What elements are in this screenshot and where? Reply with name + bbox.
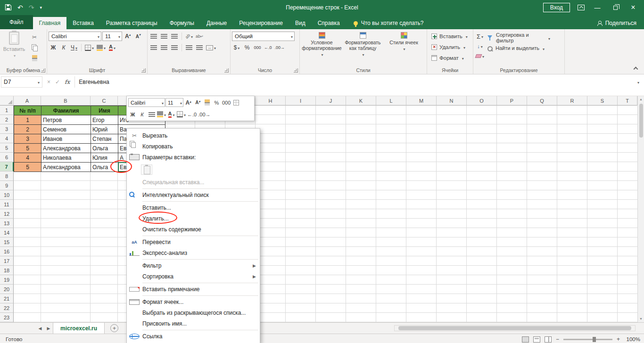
vertical-scrollbar-thumb[interactable] [639, 104, 643, 138]
increase-decimal-button[interactable]: ←.0 [263, 43, 273, 52]
wrap-text-button[interactable]: ab [195, 32, 205, 41]
close-button[interactable]: × [628, 4, 638, 11]
font-size-select[interactable]: 11 [102, 32, 122, 41]
italic-button[interactable]: К [59, 43, 68, 52]
customize-qat-button[interactable]: ▾ [40, 4, 42, 11]
align-center-button[interactable] [159, 43, 169, 52]
cancel-button[interactable]: × [47, 79, 50, 85]
tab-5[interactable]: Данные [200, 17, 233, 29]
vertical-scrollbar[interactable]: ▲ ▼ [637, 96, 644, 322]
ribbon-display-options-button[interactable] [578, 5, 585, 10]
cell-C3[interactable]: Юрий [91, 125, 118, 134]
row-header-4[interactable]: 4 [0, 134, 14, 143]
undo-button[interactable]: ↶ [17, 4, 23, 11]
tab-8[interactable]: Справка [312, 17, 346, 29]
menu-item-paste-special[interactable]: Специальная вставка... [127, 177, 260, 188]
insert-cells-button[interactable]: Вставить [429, 31, 472, 41]
tab-3[interactable]: Разметка страницы [100, 17, 164, 29]
row-header-8[interactable]: 8 [0, 172, 14, 181]
cell-A2[interactable]: 1 [14, 115, 41, 125]
font-color-button[interactable]: А [107, 43, 117, 52]
align-left-button[interactable] [149, 43, 158, 52]
mini-italic-button[interactable]: К [138, 110, 147, 119]
mini-font-size-select[interactable]: 11 [165, 98, 183, 107]
menu-item-format-cells[interactable]: Формат ячеек... [127, 296, 260, 307]
find-select-button[interactable]: Найти и выделить [487, 45, 550, 52]
menu-item-link[interactable]: Ссылка [127, 331, 260, 342]
decrease-indent-button[interactable] [184, 43, 194, 52]
column-header-B[interactable]: B [41, 96, 91, 106]
sheet-tab-microexcel[interactable]: microexcel.ru [53, 323, 105, 334]
alignment-dialog-launcher[interactable] [224, 68, 229, 73]
menu-item-pick-from-list[interactable]: Выбрать из раскрывающегося списка... [127, 307, 260, 318]
shrink-font-button[interactable]: А [133, 32, 143, 41]
menu-item-sort[interactable]: Сортировка▶ [127, 271, 260, 282]
autosum-button[interactable]: Σ [475, 32, 485, 41]
comma-style-button[interactable]: 000 [253, 43, 262, 52]
row-header-6[interactable]: 6 [0, 153, 14, 162]
name-box[interactable]: D7 [1, 76, 42, 88]
row-header-7[interactable]: 7 [0, 162, 14, 172]
row-header-3[interactable]: 3 [0, 124, 14, 134]
column-header-T[interactable]: T [618, 96, 637, 106]
merge-center-button[interactable]: ↔ [205, 43, 217, 52]
cell-A7[interactable]: 5 [14, 163, 41, 172]
cell-C1[interactable]: Имя [91, 106, 118, 115]
mini-bold-button[interactable]: Ж [128, 110, 137, 119]
cell-A4[interactable]: 3 [14, 134, 41, 144]
mini-grow-font-button[interactable]: А [184, 98, 193, 107]
column-header-K[interactable]: K [346, 96, 376, 106]
cell-A6[interactable]: 4 [14, 153, 41, 163]
increase-indent-button[interactable] [195, 43, 204, 52]
menu-item-cut[interactable]: ✂Вырезать [127, 130, 260, 141]
align-middle-button[interactable] [159, 32, 169, 41]
mini-font-color-button[interactable]: А [167, 110, 176, 119]
expand-formula-bar-button[interactable] [636, 79, 644, 85]
accounting-format-button[interactable]: $ [232, 43, 241, 52]
row-header-1[interactable]: 1 [0, 106, 14, 115]
paste-button[interactable]: Вставить [1, 31, 27, 63]
row-header-17[interactable]: 17 [0, 256, 14, 266]
cell-B7[interactable]: Александрова [41, 163, 91, 172]
mini-borders-button[interactable] [176, 110, 186, 119]
cell-B2[interactable]: Петров [41, 115, 91, 125]
menu-item-translate[interactable]: аАПеревести [127, 237, 260, 247]
sign-in-button[interactable]: Вход [543, 3, 570, 12]
align-top-button[interactable] [149, 32, 158, 41]
column-header-O[interactable]: O [467, 96, 497, 106]
cell-styles-button[interactable]: Стили ячеек [383, 31, 424, 57]
row-header-15[interactable]: 15 [0, 237, 14, 247]
sheet-nav-left-button[interactable]: ◀ [36, 326, 44, 331]
menu-item-quick-analysis[interactable]: Экспресс-анализ [127, 247, 260, 258]
row-header-14[interactable]: 14 [0, 228, 14, 237]
tab-6[interactable]: Рецензирование [233, 17, 289, 29]
column-header-N[interactable]: N [437, 96, 467, 106]
zoom-out-button[interactable]: − [556, 336, 559, 343]
column-header-M[interactable]: M [406, 96, 437, 106]
align-right-button[interactable] [170, 43, 179, 52]
share-button[interactable]: Поделиться [597, 17, 644, 29]
column-header-R[interactable]: R [557, 96, 587, 106]
cell-B4[interactable]: Иванов [41, 134, 91, 144]
sheet-nav-right-button[interactable]: ▶ [44, 326, 53, 331]
column-header-Q[interactable]: Q [527, 96, 557, 106]
mini-format-table-button[interactable] [231, 98, 240, 107]
cell-A5[interactable]: 5 [14, 144, 41, 153]
sort-filter-button[interactable]: Сортировка и фильтр [487, 33, 550, 43]
font-dialog-launcher[interactable] [141, 68, 146, 73]
tab-2[interactable]: Вставка [66, 17, 100, 29]
menu-item-copy[interactable]: Копировать [127, 141, 260, 152]
column-header-C[interactable]: C [91, 96, 118, 106]
maximize-button[interactable] [610, 4, 620, 11]
new-sheet-button[interactable]: + [110, 324, 118, 332]
cell-B5[interactable]: Александрова [41, 144, 91, 153]
decrease-decimal-button[interactable]: .00→ [274, 43, 286, 52]
mini-align-center-button[interactable] [147, 110, 156, 119]
menu-item-insert-comment[interactable]: Вставить примечание [127, 284, 260, 294]
zoom-in-button[interactable]: + [617, 336, 620, 343]
cell-A3[interactable]: 2 [14, 125, 41, 134]
save-button[interactable] [5, 4, 12, 12]
insert-function-button[interactable]: fx [65, 79, 70, 85]
column-header-H[interactable]: H [256, 96, 286, 106]
cell-B1[interactable]: Фамилия [41, 106, 91, 115]
